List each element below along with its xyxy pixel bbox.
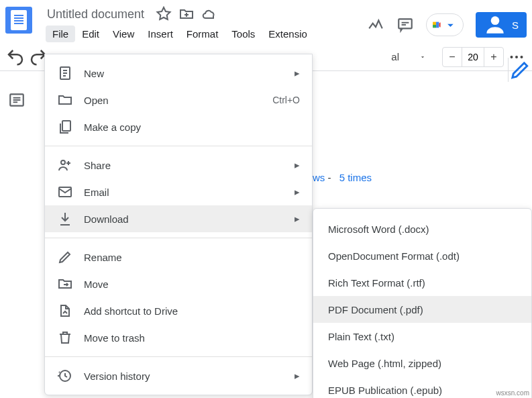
menu-file[interactable]: File: [46, 26, 75, 42]
share-button[interactable]: S: [476, 12, 527, 38]
svg-rect-3: [436, 22, 439, 28]
meet-icon: [432, 17, 441, 33]
editing-mode-button[interactable]: [508, 58, 532, 82]
menu-label: Rename: [84, 252, 300, 263]
chevron-down-icon: [419, 54, 426, 60]
share-label: S: [512, 19, 519, 31]
person-icon: [482, 12, 508, 38]
svg-point-4: [491, 16, 500, 25]
chevron-down-icon: [443, 18, 458, 32]
menu-download[interactable]: Download ▸: [45, 205, 312, 232]
menu-separator: [45, 356, 312, 357]
menu-edit[interactable]: Edit: [75, 26, 106, 42]
menu-share[interactable]: Share ▸: [45, 152, 312, 179]
menu-tools[interactable]: Tools: [225, 26, 262, 42]
submenu-arrow-icon: ▸: [295, 159, 300, 171]
shortcut-text: Ctrl+O: [272, 95, 300, 105]
download-pdf[interactable]: PDF Document (.pdf): [313, 296, 531, 323]
font-name: al: [391, 51, 399, 62]
menu-label: Move: [84, 279, 300, 290]
menu-version-history[interactable]: Version history ▸: [45, 362, 312, 389]
svg-rect-2: [433, 25, 436, 28]
menu-label: Version history: [84, 370, 295, 382]
file-menu-dropdown: New ▸ Open Ctrl+O Make a copy Share ▸ Em…: [44, 54, 313, 395]
submenu-arrow-icon: ▸: [295, 370, 300, 382]
menu-format[interactable]: Format: [180, 26, 225, 42]
history-icon: [57, 368, 73, 384]
menu-open[interactable]: Open Ctrl+O: [45, 87, 312, 113]
download-rtf[interactable]: Rich Text Format (.rtf): [313, 269, 531, 296]
menu-insert[interactable]: Insert: [141, 26, 180, 42]
submenu-arrow-icon: ▸: [295, 213, 300, 225]
folder-icon: [57, 92, 73, 108]
undo-button[interactable]: [5, 47, 25, 67]
email-icon: [57, 184, 73, 200]
menu-trash[interactable]: Move to trash: [45, 324, 312, 351]
shortcut-icon: [57, 303, 73, 319]
insights-icon[interactable]: [367, 16, 384, 34]
rename-icon: [57, 249, 73, 265]
download-html[interactable]: Web Page (.html, zipped): [313, 350, 531, 377]
meet-button[interactable]: [426, 13, 464, 36]
copy-icon: [57, 119, 73, 135]
document-body-text: ws - 5 times: [313, 172, 372, 183]
menu-label: Add shortcut to Drive: [84, 305, 300, 317]
download-docx[interactable]: Microsoft Word (.docx): [313, 215, 531, 242]
menu-move[interactable]: Move: [45, 270, 312, 297]
svg-rect-0: [398, 19, 412, 28]
menu-label: Download: [84, 213, 295, 225]
watermark: wsxsn.com: [496, 389, 529, 397]
document-title[interactable]: Untitled document: [43, 6, 148, 23]
submenu-arrow-icon: ▸: [295, 186, 300, 198]
new-doc-icon: [57, 65, 73, 81]
font-size-group: − 20 +: [442, 47, 504, 67]
menu-view[interactable]: View: [106, 26, 141, 42]
font-size-value[interactable]: 20: [462, 48, 484, 66]
menu-label: Email: [84, 187, 295, 198]
menu-label: Share: [84, 160, 295, 171]
menu-label: Make a copy: [84, 121, 300, 133]
menu-label: New: [84, 68, 295, 79]
move-icon: [57, 276, 73, 292]
download-odt[interactable]: OpenDocument Format (.odt): [313, 242, 531, 269]
menu-separator: [45, 146, 312, 146]
outline-icon[interactable]: [8, 91, 25, 109]
menu-new[interactable]: New ▸: [45, 60, 312, 87]
move-folder-icon[interactable]: [178, 6, 195, 22]
comments-icon[interactable]: [396, 16, 414, 34]
font-selector[interactable]: al: [386, 51, 431, 62]
menu-rename[interactable]: Rename: [45, 244, 312, 270]
svg-point-11: [61, 160, 65, 164]
cloud-saved-icon[interactable]: [201, 6, 217, 22]
menu-add-shortcut[interactable]: Add shortcut to Drive: [45, 297, 312, 324]
download-icon: [57, 211, 73, 227]
menu-label: Open: [84, 95, 272, 106]
increase-font-button[interactable]: +: [484, 48, 503, 66]
svg-rect-10: [62, 121, 70, 131]
menu-separator: [45, 238, 312, 238]
svg-rect-1: [433, 22, 436, 25]
submenu-arrow-icon: ▸: [295, 67, 300, 79]
share-icon: [57, 157, 73, 173]
menu-extensions[interactable]: Extensio: [262, 26, 314, 42]
menu-label: Move to trash: [84, 332, 300, 344]
menu-make-copy[interactable]: Make a copy: [45, 113, 312, 140]
download-submenu: Microsoft Word (.docx) OpenDocument Form…: [313, 208, 532, 398]
star-icon[interactable]: [156, 6, 172, 22]
menu-email[interactable]: Email ▸: [45, 179, 312, 205]
docs-logo[interactable]: [5, 7, 32, 34]
download-txt[interactable]: Plain Text (.txt): [313, 323, 531, 350]
decrease-font-button[interactable]: −: [443, 48, 462, 66]
trash-icon: [57, 330, 73, 346]
